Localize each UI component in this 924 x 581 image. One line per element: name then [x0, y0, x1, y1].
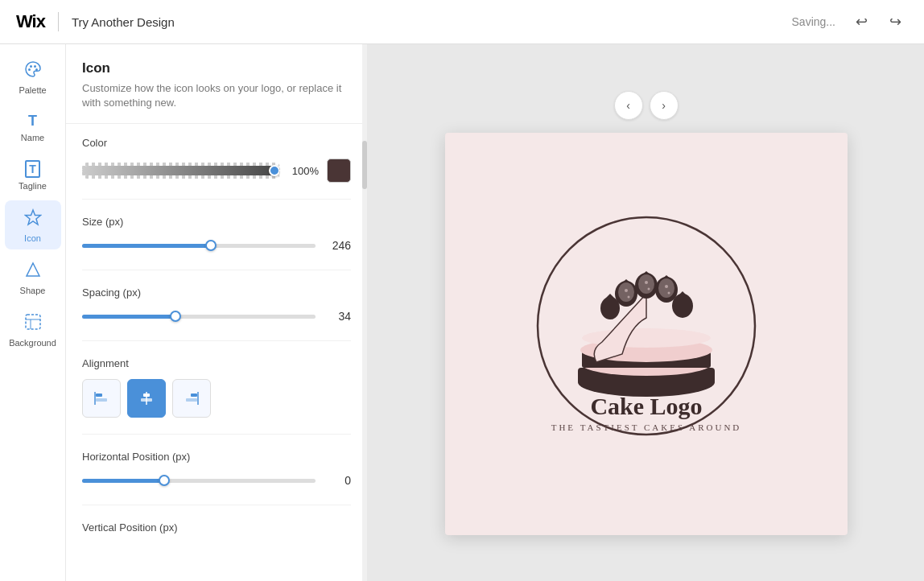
cake-logo-svg: Cake Logo THE TASTIEST CAKES AROUND	[509, 213, 783, 455]
background-icon	[24, 313, 42, 335]
sidebar-item-icon[interactable]: Icon	[5, 200, 61, 249]
svg-point-33	[625, 289, 628, 292]
color-slider-bg	[82, 166, 280, 175]
spacing-slider-track	[82, 315, 316, 319]
header-divider	[58, 12, 59, 31]
header: Wix Try Another Design Saving... ↩ ↪	[0, 0, 924, 44]
svg-text:THE TASTIEST CAKES AROUND: THE TASTIEST CAKES AROUND	[551, 422, 741, 432]
color-section: Color 100%	[82, 137, 351, 200]
svg-point-35	[645, 281, 648, 284]
svg-point-38	[667, 291, 670, 294]
horiz-position-slider-track	[82, 479, 316, 483]
sidebar-item-shape-label: Shape	[20, 286, 46, 295]
svg-rect-16	[186, 398, 197, 402]
sidebar-item-background[interactable]: Background	[5, 305, 61, 354]
header-actions: ↩ ↪	[848, 9, 908, 35]
spacing-slider-fill	[82, 315, 175, 319]
size-slider[interactable]	[82, 237, 316, 253]
icon-sidebar: Palette T Name T Tagline Icon Shap	[0, 44, 66, 581]
color-row: 100%	[82, 159, 351, 183]
svg-point-32	[600, 297, 620, 319]
sidebar-item-name-label: Name	[21, 133, 44, 142]
palette-icon	[24, 60, 42, 82]
horiz-position-slider-thumb	[159, 475, 170, 486]
sidebar-item-tagline[interactable]: T Tagline	[5, 152, 61, 197]
saving-status: Saving...	[792, 15, 835, 28]
size-value: 246	[325, 239, 351, 252]
spacing-slider[interactable]	[82, 308, 316, 324]
name-icon: T	[28, 113, 37, 130]
svg-rect-10	[96, 398, 107, 402]
svg-point-0	[28, 68, 31, 71]
color-label: Color	[82, 137, 351, 149]
svg-point-3	[35, 68, 38, 71]
nav-arrows: ‹ ›	[614, 91, 679, 120]
vert-position-section: Vertical Position (px)	[82, 521, 351, 559]
spacing-section: Spacing (px) 34	[82, 286, 351, 341]
prev-design-button[interactable]: ‹	[614, 91, 643, 120]
svg-point-1	[30, 65, 32, 68]
svg-rect-9	[96, 394, 102, 397]
size-slider-thumb	[205, 240, 217, 251]
panel-scrollbar-thumb[interactable]	[362, 141, 367, 189]
canvas-area: ‹ ›	[368, 44, 924, 581]
size-slider-fill	[82, 244, 211, 248]
sidebar-item-background-label: Background	[9, 338, 56, 348]
svg-point-37	[665, 285, 668, 288]
size-slider-track	[82, 244, 316, 248]
align-right-button[interactable]	[172, 379, 211, 418]
svg-point-2	[34, 65, 36, 68]
svg-point-36	[647, 287, 650, 290]
sidebar-item-palette[interactable]: Palette	[5, 52, 61, 101]
sidebar-item-palette-label: Palette	[19, 85, 46, 95]
shape-icon	[24, 261, 42, 282]
sidebar-item-icon-label: Icon	[24, 233, 41, 243]
spacing-value: 34	[325, 310, 351, 323]
spacing-slider-thumb	[170, 311, 181, 322]
panel-content: Color 100% Size (px)	[66, 124, 367, 581]
main-layout: Palette T Name T Tagline Icon Shap	[0, 44, 924, 581]
tagline-icon: T	[25, 160, 40, 178]
color-swatch[interactable]	[327, 159, 351, 183]
panel-title: Icon	[82, 60, 351, 76]
sidebar-item-shape[interactable]: Shape	[5, 253, 61, 302]
spacing-label: Spacing (px)	[82, 286, 351, 299]
svg-marker-4	[25, 210, 40, 225]
sidebar-item-name[interactable]: T Name	[5, 105, 61, 149]
undo-button[interactable]: ↩	[848, 9, 874, 35]
svg-point-31	[672, 294, 693, 318]
align-left-button[interactable]	[82, 379, 121, 418]
redo-button[interactable]: ↪	[882, 9, 908, 35]
horiz-position-slider-fill	[82, 479, 164, 483]
horiz-position-value: 0	[325, 474, 351, 487]
panel-description: Customize how the icon looks on your log…	[82, 81, 351, 110]
color-slider-thumb	[269, 165, 280, 176]
alignment-section: Alignment	[82, 357, 351, 435]
panel: Icon Customize how the icon looks on you…	[66, 44, 368, 581]
size-label: Size (px)	[82, 216, 351, 228]
svg-rect-15	[191, 394, 197, 397]
color-slider-wrap[interactable]	[82, 163, 280, 179]
icon-icon	[24, 208, 42, 230]
next-design-button[interactable]: ›	[650, 91, 679, 120]
panel-header: Icon Customize how the icon looks on you…	[66, 44, 367, 124]
align-center-button[interactable]	[127, 379, 166, 418]
logo-card: Cake Logo THE TASTIEST CAKES AROUND	[445, 133, 848, 535]
horiz-position-label: Horizontal Position (px)	[82, 451, 351, 463]
svg-text:Cake Logo: Cake Logo	[590, 393, 702, 419]
sidebar-item-tagline-label: Tagline	[19, 181, 47, 191]
horiz-position-slider-row: 0	[82, 472, 351, 488]
horiz-position-section: Horizontal Position (px) 0	[82, 451, 351, 505]
svg-marker-5	[27, 263, 39, 276]
panel-scrollbar-track	[362, 44, 367, 581]
spacing-slider-row: 34	[82, 308, 351, 324]
logo-inner: Cake Logo THE TASTIEST CAKES AROUND	[509, 213, 783, 455]
horiz-position-slider[interactable]	[82, 472, 316, 488]
vert-position-label: Vertical Position (px)	[82, 521, 351, 534]
svg-rect-6	[26, 315, 40, 329]
color-percent: 100%	[288, 165, 319, 177]
wix-logo: Wix	[16, 11, 45, 32]
size-slider-row: 246	[82, 237, 351, 253]
size-section: Size (px) 246	[82, 216, 351, 270]
alignment-label: Alignment	[82, 357, 351, 369]
